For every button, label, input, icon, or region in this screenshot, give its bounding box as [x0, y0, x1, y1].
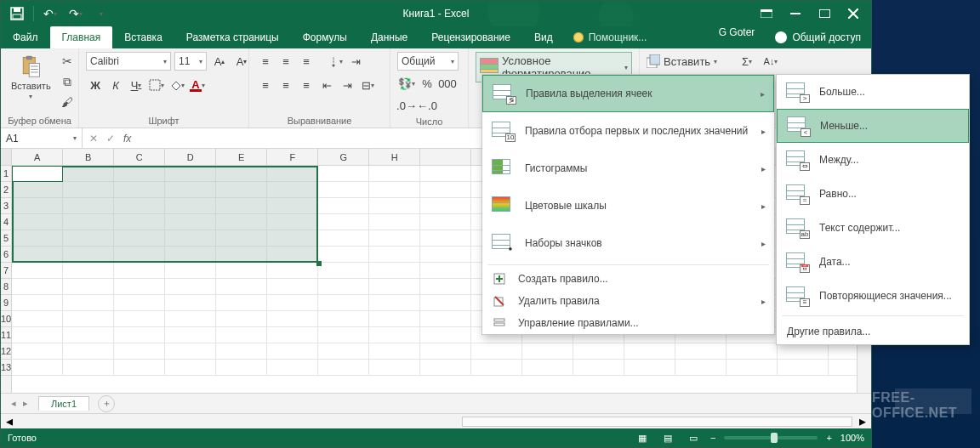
cell[interactable] — [318, 343, 369, 359]
decrease-indent-icon[interactable]: ⇤ — [317, 76, 336, 94]
cell[interactable] — [114, 182, 165, 197]
align-top-icon[interactable]: ≡ — [256, 52, 275, 71]
cell[interactable] — [369, 311, 420, 326]
row-header[interactable]: 13 — [1, 360, 11, 376]
page-layout-view-icon[interactable]: ▤ — [659, 431, 676, 445]
cell[interactable] — [420, 247, 471, 262]
cell[interactable] — [114, 327, 165, 343]
cell[interactable] — [369, 279, 420, 294]
scroll-left-icon[interactable]: ◂ — [6, 413, 13, 429]
close-button[interactable] — [839, 3, 868, 24]
bold-button[interactable]: Ж — [86, 76, 105, 94]
cell[interactable] — [267, 295, 318, 310]
row-header[interactable]: 11 — [1, 327, 11, 343]
cell[interactable] — [573, 343, 624, 359]
cell[interactable] — [165, 214, 216, 230]
cell[interactable] — [165, 230, 216, 246]
sheet-tab[interactable]: Лист1 — [38, 396, 89, 411]
cell[interactable] — [318, 247, 369, 262]
cell[interactable] — [114, 198, 165, 213]
cell[interactable] — [267, 214, 318, 230]
zoom-in-icon[interactable]: + — [826, 433, 831, 443]
comma-format-icon[interactable]: 000 — [438, 74, 457, 93]
cell[interactable] — [675, 360, 726, 375]
cell[interactable] — [420, 360, 471, 375]
cell[interactable] — [420, 182, 471, 197]
cell[interactable] — [318, 214, 369, 230]
tab-home[interactable]: Главная — [50, 26, 113, 48]
cell[interactable] — [216, 263, 267, 278]
menu-icon-sets[interactable]: ● Наборы значков▸ — [482, 224, 774, 262]
cell[interactable] — [318, 311, 369, 326]
cell[interactable] — [165, 343, 216, 359]
cell[interactable] — [369, 263, 420, 278]
cell[interactable] — [12, 247, 63, 262]
row-header[interactable]: 8 — [1, 279, 11, 295]
zoom-level[interactable]: 100% — [840, 433, 864, 443]
customize-qat-icon[interactable]: ▾ — [90, 3, 112, 25]
save-icon[interactable] — [6, 3, 28, 25]
cell[interactable] — [165, 198, 216, 213]
tab-file[interactable]: Файл — [1, 26, 50, 48]
cell[interactable] — [12, 166, 63, 181]
tab-view[interactable]: Вид — [522, 26, 565, 48]
font-size-combo[interactable]: 11▾ — [174, 52, 207, 71]
cell[interactable] — [12, 279, 63, 294]
cell[interactable] — [726, 360, 778, 375]
cell[interactable] — [216, 295, 267, 310]
tab-insert[interactable]: Вставка — [112, 26, 174, 48]
cell[interactable] — [216, 360, 267, 375]
cell[interactable] — [165, 247, 216, 262]
cell[interactable] — [267, 360, 318, 375]
cell[interactable] — [216, 311, 267, 326]
cell[interactable] — [420, 311, 471, 326]
cell[interactable] — [63, 360, 114, 375]
cell[interactable] — [165, 279, 216, 294]
cell[interactable] — [165, 166, 216, 181]
cell[interactable] — [471, 360, 522, 375]
cell[interactable] — [318, 295, 369, 310]
cell[interactable] — [63, 214, 114, 230]
increase-indent-icon[interactable]: ⇥ — [338, 76, 356, 94]
paste-button[interactable]: Вставить ▾ — [8, 52, 54, 102]
number-format-combo[interactable]: Общий▾ — [397, 52, 459, 71]
cell[interactable] — [420, 343, 471, 359]
cell[interactable] — [114, 295, 165, 310]
cell[interactable] — [12, 360, 63, 375]
select-all-corner[interactable] — [1, 149, 11, 166]
align-left-icon[interactable]: ≡ — [256, 76, 275, 94]
row-header[interactable]: 2 — [1, 182, 11, 198]
cell[interactable] — [420, 327, 471, 343]
cell[interactable] — [165, 295, 216, 310]
cell[interactable] — [12, 214, 63, 230]
column-header[interactable]: F — [267, 149, 318, 165]
cell[interactable] — [63, 182, 114, 197]
account-name[interactable]: G Goter — [709, 26, 766, 48]
menu-less-than[interactable]: < Меньше... — [777, 109, 969, 143]
cell[interactable] — [267, 166, 318, 181]
cell[interactable] — [63, 166, 114, 181]
row-header[interactable]: 12 — [1, 343, 11, 360]
menu-more-rules[interactable]: Другие правила... — [777, 319, 969, 344]
cell[interactable] — [369, 214, 420, 230]
tab-review[interactable]: Рецензирование — [419, 26, 522, 48]
maximize-button[interactable] — [810, 3, 839, 24]
cell[interactable] — [420, 263, 471, 278]
cell[interactable] — [778, 343, 829, 359]
align-right-icon[interactable]: ≡ — [297, 76, 316, 94]
accounting-format-icon[interactable]: 💱▾ — [397, 74, 416, 93]
column-header[interactable]: B — [63, 149, 114, 165]
column-header[interactable]: E — [216, 149, 267, 165]
cell[interactable] — [318, 360, 369, 375]
menu-new-rule[interactable]: Создать правило... — [482, 268, 774, 290]
cell[interactable] — [216, 198, 267, 213]
cell[interactable] — [318, 327, 369, 343]
cell[interactable] — [420, 198, 471, 213]
cell[interactable] — [369, 198, 420, 213]
cell[interactable] — [369, 295, 420, 310]
cell[interactable] — [420, 295, 471, 310]
normal-view-icon[interactable]: ▦ — [634, 431, 651, 445]
cell[interactable] — [216, 214, 267, 230]
menu-clear-rules[interactable]: Удалить правила▸ — [482, 290, 774, 312]
cell[interactable] — [216, 327, 267, 343]
